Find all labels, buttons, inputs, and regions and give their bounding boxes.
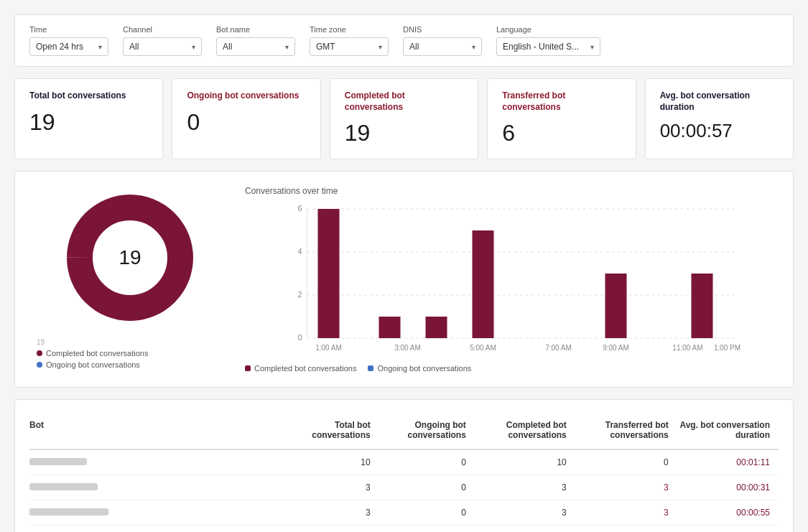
donut-center-value: 19 [119,246,141,269]
legend-ongoing-label: Ongoing bot conversations [46,360,140,369]
filter-time-select[interactable]: Open 24 hrs ▾ [29,37,108,56]
svg-text:5:00 AM: 5:00 AM [470,344,496,352]
col-avg: Avg. bot conversation duration [677,414,779,449]
filter-botname-label: Bot name [216,25,295,34]
col-transferred: Transferred bot conversations [575,414,677,449]
donut-legend: 19 Completed bot conversations Ongoing b… [29,338,148,369]
stat-completed-value: 19 [345,121,463,144]
bar-chart-legend: Completed bot conversations Ongoing bot … [245,364,779,373]
cell-total: 3 [292,526,379,532]
cell-ongoing: 0 [379,449,475,475]
svg-text:1:00 PM: 1:00 PM [714,344,740,352]
stat-card-completed: Completed bot conversations 19 [330,78,478,159]
stat-total-label: Total bot conversations [29,90,148,102]
cell-avg: 00:00:31 [677,475,779,500]
table-section: Bot Total bot conversations Ongoing bot … [14,399,794,532]
cell-completed: 3 [475,526,575,532]
bar-chart-title: Conversations over time [245,186,779,196]
stat-ongoing-label: Ongoing bot conversations [187,90,305,102]
svg-text:9:00 AM: 9:00 AM [603,344,629,352]
cell-transferred: 0 [575,526,677,532]
cell-ongoing: 0 [379,526,475,532]
col-ongoing: Ongoing bot conversations [379,414,475,449]
bar-legend-ongoing-dot [368,365,373,371]
cell-total: 10 [292,449,379,475]
chevron-down-icon: ▾ [285,43,289,51]
svg-rect-15 [692,274,713,338]
bar-legend-ongoing-label: Ongoing bot conversations [377,364,471,373]
filter-dnis-select[interactable]: All ▾ [403,37,482,56]
stat-card-avg: Avg. bot conversation duration 00:00:57 [645,78,794,159]
stat-avg-label: Avg. bot conversation duration [660,90,779,113]
filter-channel-select[interactable]: All ▾ [123,37,202,56]
filter-timezone: Time zone GMT ▾ [310,25,389,56]
cell-transferred: 0 [575,449,677,475]
bot-name-cell [29,526,292,532]
donut-chart: 19 [58,186,202,330]
data-table: Bot Total bot conversations Ongoing bot … [29,414,779,532]
cell-ongoing: 0 [379,500,475,526]
donut-center: 19 [119,246,141,269]
cell-total: 3 [292,500,379,526]
bar-chart-area: 0 2 4 6 [245,202,779,360]
filter-timezone-label: Time zone [310,25,389,34]
stat-ongoing-value: 0 [187,111,305,134]
bar-legend-completed: Completed bot conversations [245,364,356,373]
filter-botname-select[interactable]: All ▾ [216,37,295,56]
bar-chart-container: Conversations over time 0 2 4 6 [245,186,779,373]
donut-note: 19 [37,338,148,346]
filter-dnis-label: DNIS [403,25,482,34]
charts-section: 19 19 Completed bot conversations Ongoin… [14,171,794,388]
chevron-down-icon: ▾ [98,43,102,51]
filter-language-select[interactable]: English - United S... ▾ [496,37,600,56]
svg-text:7:00 AM: 7:00 AM [545,344,572,352]
filter-language-label: Language [496,25,600,34]
legend-completed-label: Completed bot conversations [46,349,148,358]
svg-rect-14 [605,274,627,338]
donut-container: 19 19 Completed bot conversations Ongoin… [29,186,231,369]
stat-transferred-label: Transferred bot conversations [502,90,621,113]
svg-text:1:00 AM: 1:00 AM [315,344,342,352]
bot-name-cell [29,449,292,475]
stat-transferred-value: 6 [502,121,621,144]
filter-channel: Channel All ▾ [123,25,202,56]
svg-text:3:00 AM: 3:00 AM [394,344,421,352]
cell-completed: 3 [475,500,575,526]
chevron-down-icon: ▾ [192,43,195,51]
cell-transferred: 3 [575,500,677,526]
filter-time: Time Open 24 hrs ▾ [29,25,108,56]
svg-text:0: 0 [297,333,302,342]
stat-card-total: Total bot conversations 19 [14,78,163,159]
chevron-down-icon: ▾ [590,43,594,51]
svg-rect-11 [379,317,401,338]
cell-completed: 3 [475,475,575,500]
filter-timezone-select[interactable]: GMT ▾ [310,37,389,56]
stat-total-value: 19 [29,111,148,134]
col-completed: Completed bot conversations [475,414,575,449]
table-row: 10010000:01:11 [29,449,779,475]
legend-completed-dot [37,350,42,356]
svg-text:4: 4 [297,247,302,256]
bot-name-cell [29,475,292,500]
svg-text:2: 2 [297,290,302,299]
cell-total: 3 [292,475,379,500]
filter-language: Language English - United S... ▾ [496,25,600,56]
legend-ongoing: Ongoing bot conversations [37,360,148,369]
page-wrapper: Time Open 24 hrs ▾ Channel All ▾ Bot nam… [0,0,808,532]
filter-dnis: DNIS All ▾ [403,25,482,56]
col-bot: Bot [29,414,292,449]
legend-completed: Completed bot conversations [37,349,148,358]
table-row: 303300:00:31 [29,475,779,500]
table-header-row: Bot Total bot conversations Ongoing bot … [29,414,779,449]
bar-legend-ongoing: Ongoing bot conversations [368,364,471,373]
svg-rect-10 [318,209,340,338]
filters-bar: Time Open 24 hrs ▾ Channel All ▾ Bot nam… [14,14,794,67]
table-row: 303000:00:42 [29,526,779,532]
stat-card-transferred: Transferred bot conversations 6 [487,78,636,159]
legend-ongoing-dot [37,362,42,368]
cell-ongoing: 0 [379,475,475,500]
cell-avg: 00:01:11 [677,449,779,475]
cell-avg: 00:00:55 [677,500,779,526]
bot-name-cell [29,500,292,526]
stat-card-ongoing: Ongoing bot conversations 0 [172,78,320,159]
